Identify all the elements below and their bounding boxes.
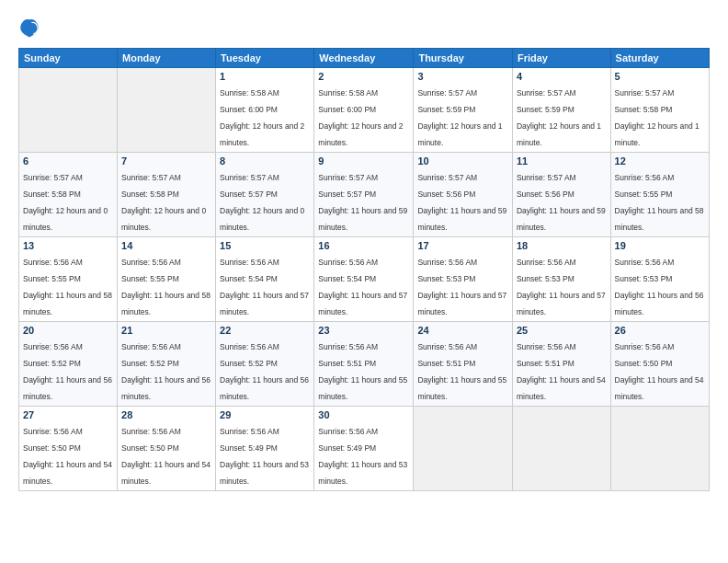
day-detail: Sunrise: 5:57 AMSunset: 5:58 PMDaylight:… — [23, 173, 108, 232]
calendar-cell — [610, 407, 709, 491]
day-detail: Sunrise: 5:56 AMSunset: 5:49 PMDaylight:… — [220, 427, 309, 486]
day-number: 1 — [220, 71, 310, 82]
day-number: 30 — [318, 409, 409, 420]
calendar-cell: 19Sunrise: 5:56 AMSunset: 5:53 PMDayligh… — [610, 237, 709, 322]
calendar-cell: 30Sunrise: 5:56 AMSunset: 5:49 PMDayligh… — [314, 407, 414, 491]
calendar-cell: 14Sunrise: 5:56 AMSunset: 5:55 PMDayligh… — [118, 237, 216, 322]
day-number: 3 — [417, 71, 508, 82]
calendar-cell: 18Sunrise: 5:56 AMSunset: 5:53 PMDayligh… — [512, 237, 610, 322]
day-number: 28 — [121, 409, 211, 420]
calendar-cell: 13Sunrise: 5:56 AMSunset: 5:55 PMDayligh… — [19, 237, 118, 322]
day-detail: Sunrise: 5:56 AMSunset: 5:52 PMDaylight:… — [121, 342, 210, 401]
header-thursday: Thursday — [414, 49, 513, 68]
calendar-cell: 6Sunrise: 5:57 AMSunset: 5:58 PMDaylight… — [19, 153, 118, 237]
day-number: 29 — [220, 409, 310, 420]
header-tuesday: Tuesday — [216, 49, 314, 68]
calendar-cell: 27Sunrise: 5:56 AMSunset: 5:50 PMDayligh… — [19, 407, 118, 491]
day-detail: Sunrise: 5:57 AMSunset: 5:59 PMDaylight:… — [517, 88, 601, 147]
header-friday: Friday — [512, 49, 610, 68]
day-detail: Sunrise: 5:56 AMSunset: 5:51 PMDaylight:… — [517, 342, 606, 401]
day-detail: Sunrise: 5:56 AMSunset: 5:51 PMDaylight:… — [318, 342, 407, 401]
day-detail: Sunrise: 5:56 AMSunset: 5:50 PMDaylight:… — [121, 427, 210, 486]
day-detail: Sunrise: 5:56 AMSunset: 5:55 PMDaylight:… — [121, 258, 210, 316]
calendar-cell — [118, 68, 216, 153]
calendar-cell: 26Sunrise: 5:56 AMSunset: 5:50 PMDayligh… — [610, 322, 709, 407]
calendar-cell: 5Sunrise: 5:57 AMSunset: 5:58 PMDaylight… — [610, 68, 709, 153]
calendar-cell: 29Sunrise: 5:56 AMSunset: 5:49 PMDayligh… — [216, 407, 314, 491]
day-detail: Sunrise: 5:57 AMSunset: 5:59 PMDaylight:… — [417, 88, 502, 147]
day-number: 5 — [615, 71, 705, 82]
day-detail: Sunrise: 5:57 AMSunset: 5:57 PMDaylight:… — [318, 173, 407, 232]
day-detail: Sunrise: 5:56 AMSunset: 5:54 PMDaylight:… — [318, 258, 407, 316]
day-number: 15 — [220, 240, 310, 251]
calendar-cell: 16Sunrise: 5:56 AMSunset: 5:54 PMDayligh… — [314, 237, 414, 322]
day-detail: Sunrise: 5:57 AMSunset: 5:56 PMDaylight:… — [517, 173, 606, 232]
day-detail: Sunrise: 5:58 AMSunset: 6:00 PMDaylight:… — [220, 88, 304, 147]
header-saturday: Saturday — [610, 49, 709, 68]
day-number: 11 — [517, 155, 607, 167]
logo — [18, 17, 44, 39]
calendar-cell: 25Sunrise: 5:56 AMSunset: 5:51 PMDayligh… — [512, 322, 610, 407]
day-number: 19 — [615, 240, 705, 251]
day-number: 4 — [517, 71, 607, 82]
weekday-header-row: Sunday Monday Tuesday Wednesday Thursday… — [19, 49, 710, 68]
logo-icon — [18, 17, 40, 39]
day-number: 16 — [318, 240, 409, 251]
calendar-cell: 3Sunrise: 5:57 AMSunset: 5:59 PMDaylight… — [414, 68, 513, 153]
day-detail: Sunrise: 5:56 AMSunset: 5:53 PMDaylight:… — [517, 258, 606, 316]
calendar-cell — [512, 407, 610, 491]
day-number: 8 — [220, 155, 310, 167]
day-detail: Sunrise: 5:56 AMSunset: 5:53 PMDaylight:… — [417, 258, 506, 316]
day-number: 17 — [417, 240, 508, 251]
day-detail: Sunrise: 5:56 AMSunset: 5:51 PMDaylight:… — [417, 342, 506, 401]
day-detail: Sunrise: 5:56 AMSunset: 5:50 PMDaylight:… — [23, 427, 112, 486]
day-detail: Sunrise: 5:56 AMSunset: 5:52 PMDaylight:… — [220, 342, 309, 401]
calendar-cell: 1Sunrise: 5:58 AMSunset: 6:00 PMDaylight… — [216, 68, 314, 153]
day-number: 21 — [121, 325, 211, 336]
day-number: 10 — [417, 155, 508, 167]
calendar-cell: 10Sunrise: 5:57 AMSunset: 5:56 PMDayligh… — [414, 153, 513, 237]
calendar-cell: 15Sunrise: 5:56 AMSunset: 5:54 PMDayligh… — [216, 237, 314, 322]
day-detail: Sunrise: 5:56 AMSunset: 5:53 PMDaylight:… — [615, 258, 704, 316]
day-number: 24 — [417, 325, 508, 336]
day-number: 6 — [23, 155, 113, 167]
calendar-cell: 24Sunrise: 5:56 AMSunset: 5:51 PMDayligh… — [414, 322, 513, 407]
calendar-cell: 22Sunrise: 5:56 AMSunset: 5:52 PMDayligh… — [216, 322, 314, 407]
day-detail: Sunrise: 5:57 AMSunset: 5:58 PMDaylight:… — [615, 88, 700, 147]
day-number: 23 — [318, 325, 409, 336]
header-monday: Monday — [118, 49, 216, 68]
day-number: 18 — [517, 240, 607, 251]
calendar-cell: 23Sunrise: 5:56 AMSunset: 5:51 PMDayligh… — [314, 322, 414, 407]
calendar-cell: 20Sunrise: 5:56 AMSunset: 5:52 PMDayligh… — [19, 322, 118, 407]
day-number: 20 — [23, 325, 113, 336]
day-detail: Sunrise: 5:57 AMSunset: 5:58 PMDaylight:… — [121, 173, 206, 232]
day-detail: Sunrise: 5:57 AMSunset: 5:57 PMDaylight:… — [220, 173, 304, 232]
day-number: 26 — [615, 325, 705, 336]
day-detail: Sunrise: 5:56 AMSunset: 5:49 PMDaylight:… — [318, 427, 407, 486]
calendar-cell: 21Sunrise: 5:56 AMSunset: 5:52 PMDayligh… — [118, 322, 216, 407]
calendar-cell: 4Sunrise: 5:57 AMSunset: 5:59 PMDaylight… — [512, 68, 610, 153]
day-detail: Sunrise: 5:56 AMSunset: 5:55 PMDaylight:… — [23, 258, 112, 316]
day-number: 22 — [220, 325, 310, 336]
calendar-cell — [414, 407, 513, 491]
day-detail: Sunrise: 5:56 AMSunset: 5:55 PMDaylight:… — [615, 173, 704, 232]
header-wednesday: Wednesday — [314, 49, 414, 68]
day-number: 2 — [318, 71, 409, 82]
day-detail: Sunrise: 5:58 AMSunset: 6:00 PMDaylight:… — [318, 88, 403, 147]
header-sunday: Sunday — [19, 49, 118, 68]
day-detail: Sunrise: 5:56 AMSunset: 5:50 PMDaylight:… — [615, 342, 704, 401]
calendar-cell — [19, 68, 118, 153]
day-number: 13 — [23, 240, 113, 251]
page: Sunday Monday Tuesday Wednesday Thursday… — [0, 0, 728, 563]
day-number: 25 — [517, 325, 607, 336]
calendar-cell: 2Sunrise: 5:58 AMSunset: 6:00 PMDaylight… — [314, 68, 414, 153]
day-number: 14 — [121, 240, 211, 251]
calendar-cell: 28Sunrise: 5:56 AMSunset: 5:50 PMDayligh… — [118, 407, 216, 491]
calendar-cell: 11Sunrise: 5:57 AMSunset: 5:56 PMDayligh… — [512, 153, 610, 237]
calendar-cell: 9Sunrise: 5:57 AMSunset: 5:57 PMDaylight… — [314, 153, 414, 237]
day-detail: Sunrise: 5:56 AMSunset: 5:54 PMDaylight:… — [220, 258, 309, 316]
day-detail: Sunrise: 5:57 AMSunset: 5:56 PMDaylight:… — [417, 173, 506, 232]
calendar-cell: 7Sunrise: 5:57 AMSunset: 5:58 PMDaylight… — [118, 153, 216, 237]
calendar-cell: 8Sunrise: 5:57 AMSunset: 5:57 PMDaylight… — [216, 153, 314, 237]
day-number: 7 — [121, 155, 211, 167]
